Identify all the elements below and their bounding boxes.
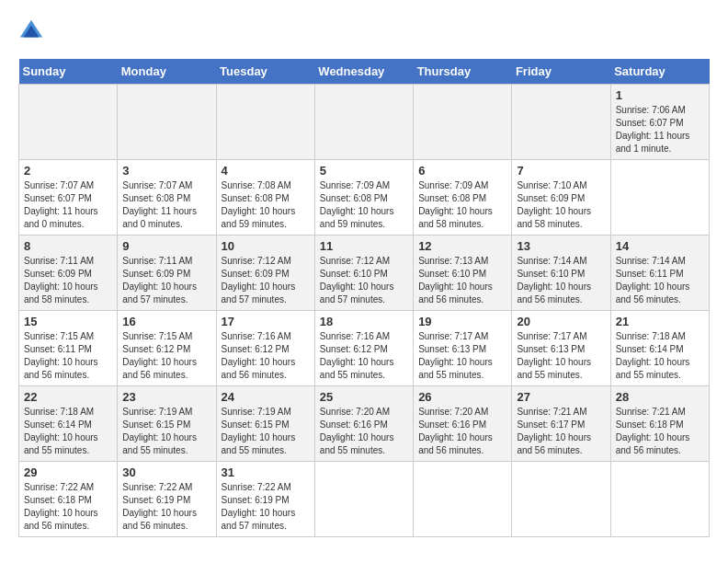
day-cell: 22 Sunrise: 7:18 AMSunset: 6:14 PMDaylig… xyxy=(19,386,118,462)
day-cell: 17 Sunrise: 7:16 AMSunset: 6:12 PMDaylig… xyxy=(216,311,314,386)
day-cell: 13 Sunrise: 7:14 AMSunset: 6:10 PMDaylig… xyxy=(512,236,610,311)
week-row: 1 Sunrise: 7:06 AMSunset: 6:07 PMDayligh… xyxy=(19,85,710,160)
empty-cell xyxy=(512,462,610,537)
day-info: Sunrise: 7:21 AMSunset: 6:17 PMDaylight:… xyxy=(517,406,605,457)
day-info: Sunrise: 7:14 AMSunset: 6:11 PMDaylight:… xyxy=(616,255,704,306)
day-cell: 27 Sunrise: 7:21 AMSunset: 6:17 PMDaylig… xyxy=(512,386,610,462)
day-number: 22 xyxy=(24,390,112,404)
week-row: 22 Sunrise: 7:18 AMSunset: 6:14 PMDaylig… xyxy=(19,386,710,462)
day-info: Sunrise: 7:22 AMSunset: 6:19 PMDaylight:… xyxy=(222,481,310,533)
day-info: Sunrise: 7:12 AMSunset: 6:10 PMDaylight:… xyxy=(320,255,408,306)
day-number: 29 xyxy=(24,465,112,479)
day-cell: 23 Sunrise: 7:19 AMSunset: 6:15 PMDaylig… xyxy=(118,386,216,462)
day-cell: 21 Sunrise: 7:18 AMSunset: 6:14 PMDaylig… xyxy=(610,311,709,386)
day-info: Sunrise: 7:10 AMSunset: 6:09 PMDaylight:… xyxy=(517,179,605,231)
day-number: 31 xyxy=(222,465,310,479)
day-cell: 25 Sunrise: 7:20 AMSunset: 6:16 PMDaylig… xyxy=(314,386,413,462)
day-cell: 12 Sunrise: 7:13 AMSunset: 6:10 PMDaylig… xyxy=(414,236,512,311)
day-info: Sunrise: 7:20 AMSunset: 6:16 PMDaylight:… xyxy=(320,406,408,457)
week-row: 29 Sunrise: 7:22 AMSunset: 6:18 PMDaylig… xyxy=(19,462,710,537)
week-row: 2 Sunrise: 7:07 AMSunset: 6:07 PMDayligh… xyxy=(19,160,710,236)
day-info: Sunrise: 7:20 AMSunset: 6:16 PMDaylight:… xyxy=(418,406,506,457)
day-number: 6 xyxy=(418,164,506,178)
logo xyxy=(18,18,48,44)
day-info: Sunrise: 7:16 AMSunset: 6:12 PMDaylight:… xyxy=(222,330,310,382)
col-header-monday: Monday xyxy=(118,59,216,85)
day-cell: 19 Sunrise: 7:17 AMSunset: 6:13 PMDaylig… xyxy=(414,311,512,386)
day-info: Sunrise: 7:16 AMSunset: 6:12 PMDaylight:… xyxy=(320,330,408,382)
empty-cell xyxy=(610,160,709,236)
day-info: Sunrise: 7:15 AMSunset: 6:12 PMDaylight:… xyxy=(122,330,210,382)
week-row: 8 Sunrise: 7:11 AMSunset: 6:09 PMDayligh… xyxy=(19,236,710,311)
day-number: 19 xyxy=(418,315,506,328)
day-number: 14 xyxy=(616,239,704,253)
day-cell: 15 Sunrise: 7:15 AMSunset: 6:11 PMDaylig… xyxy=(19,311,118,386)
logo-icon xyxy=(18,18,44,44)
day-number: 9 xyxy=(122,239,210,253)
day-info: Sunrise: 7:12 AMSunset: 6:09 PMDaylight:… xyxy=(222,255,310,306)
day-cell: 1 Sunrise: 7:06 AMSunset: 6:07 PMDayligh… xyxy=(610,85,709,160)
col-header-thursday: Thursday xyxy=(414,59,512,85)
day-cell: 28 Sunrise: 7:21 AMSunset: 6:18 PMDaylig… xyxy=(610,386,709,462)
day-number: 27 xyxy=(517,390,605,404)
empty-cell xyxy=(512,85,610,160)
day-number: 16 xyxy=(122,315,210,328)
col-header-wednesday: Wednesday xyxy=(314,59,413,85)
day-number: 3 xyxy=(122,164,210,178)
day-info: Sunrise: 7:22 AMSunset: 6:19 PMDaylight:… xyxy=(122,481,210,533)
day-number: 10 xyxy=(222,239,310,253)
day-info: Sunrise: 7:18 AMSunset: 6:14 PMDaylight:… xyxy=(24,406,112,457)
col-header-friday: Friday xyxy=(512,59,610,85)
day-cell: 16 Sunrise: 7:15 AMSunset: 6:12 PMDaylig… xyxy=(118,311,216,386)
day-cell: 7 Sunrise: 7:10 AMSunset: 6:09 PMDayligh… xyxy=(512,160,610,236)
day-number: 8 xyxy=(24,239,112,253)
day-cell: 9 Sunrise: 7:11 AMSunset: 6:09 PMDayligh… xyxy=(118,236,216,311)
day-info: Sunrise: 7:09 AMSunset: 6:08 PMDaylight:… xyxy=(418,179,506,231)
day-cell: 31 Sunrise: 7:22 AMSunset: 6:19 PMDaylig… xyxy=(216,462,314,537)
empty-cell xyxy=(19,85,118,160)
day-info: Sunrise: 7:11 AMSunset: 6:09 PMDaylight:… xyxy=(24,255,112,306)
day-cell: 5 Sunrise: 7:09 AMSunset: 6:08 PMDayligh… xyxy=(314,160,413,236)
day-info: Sunrise: 7:22 AMSunset: 6:18 PMDaylight:… xyxy=(24,481,112,533)
day-number: 26 xyxy=(418,390,506,404)
day-info: Sunrise: 7:08 AMSunset: 6:08 PMDaylight:… xyxy=(222,179,310,231)
day-info: Sunrise: 7:11 AMSunset: 6:09 PMDaylight:… xyxy=(122,255,210,306)
day-number: 4 xyxy=(222,164,310,178)
day-cell: 14 Sunrise: 7:14 AMSunset: 6:11 PMDaylig… xyxy=(610,236,709,311)
day-cell: 20 Sunrise: 7:17 AMSunset: 6:13 PMDaylig… xyxy=(512,311,610,386)
day-number: 13 xyxy=(517,239,605,253)
empty-cell xyxy=(118,85,216,160)
empty-cell xyxy=(414,462,512,537)
day-info: Sunrise: 7:07 AMSunset: 6:07 PMDaylight:… xyxy=(24,179,112,231)
col-header-tuesday: Tuesday xyxy=(216,59,314,85)
day-number: 2 xyxy=(24,164,112,178)
week-row: 15 Sunrise: 7:15 AMSunset: 6:11 PMDaylig… xyxy=(19,311,710,386)
col-header-saturday: Saturday xyxy=(610,59,709,85)
day-number: 28 xyxy=(616,390,704,404)
day-number: 7 xyxy=(517,164,605,178)
empty-cell xyxy=(314,85,413,160)
day-cell: 6 Sunrise: 7:09 AMSunset: 6:08 PMDayligh… xyxy=(414,160,512,236)
day-number: 5 xyxy=(320,164,408,178)
day-number: 25 xyxy=(320,390,408,404)
day-cell: 11 Sunrise: 7:12 AMSunset: 6:10 PMDaylig… xyxy=(314,236,413,311)
empty-cell xyxy=(314,462,413,537)
day-number: 11 xyxy=(320,239,408,253)
calendar-table: SundayMondayTuesdayWednesdayThursdayFrid… xyxy=(18,59,710,537)
day-info: Sunrise: 7:09 AMSunset: 6:08 PMDaylight:… xyxy=(320,179,408,231)
day-info: Sunrise: 7:15 AMSunset: 6:11 PMDaylight:… xyxy=(24,330,112,382)
day-number: 20 xyxy=(517,315,605,328)
day-info: Sunrise: 7:18 AMSunset: 6:14 PMDaylight:… xyxy=(616,330,704,382)
day-number: 23 xyxy=(122,390,210,404)
day-number: 18 xyxy=(320,315,408,328)
page-header xyxy=(18,18,710,44)
day-cell: 18 Sunrise: 7:16 AMSunset: 6:12 PMDaylig… xyxy=(314,311,413,386)
day-info: Sunrise: 7:14 AMSunset: 6:10 PMDaylight:… xyxy=(517,255,605,306)
day-number: 21 xyxy=(616,315,704,328)
day-cell: 3 Sunrise: 7:07 AMSunset: 6:08 PMDayligh… xyxy=(118,160,216,236)
day-cell: 30 Sunrise: 7:22 AMSunset: 6:19 PMDaylig… xyxy=(118,462,216,537)
day-info: Sunrise: 7:17 AMSunset: 6:13 PMDaylight:… xyxy=(517,330,605,382)
day-info: Sunrise: 7:13 AMSunset: 6:10 PMDaylight:… xyxy=(418,255,506,306)
day-number: 1 xyxy=(616,88,704,102)
day-cell: 26 Sunrise: 7:20 AMSunset: 6:16 PMDaylig… xyxy=(414,386,512,462)
